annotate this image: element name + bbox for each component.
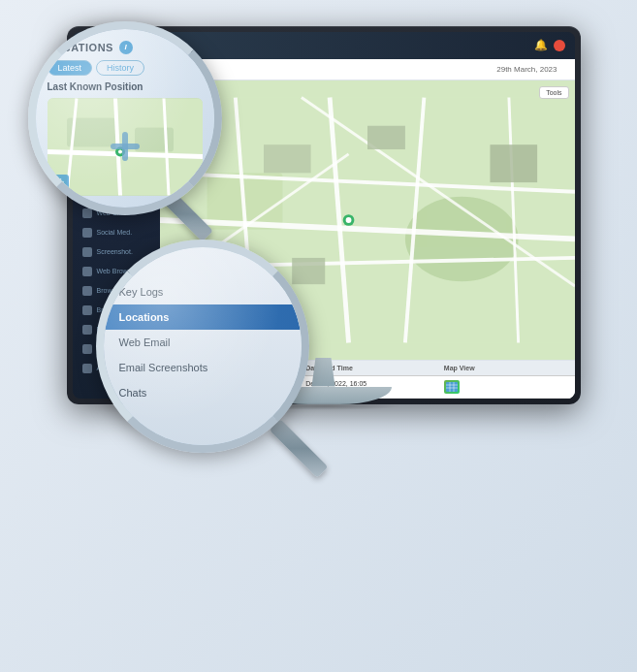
nav-cross	[111, 132, 140, 161]
menu-item-emailscr[interactable]: Email Screenshots	[104, 355, 302, 380]
tab-latest[interactable]: Latest	[48, 60, 93, 76]
tab-group: Latest History	[48, 60, 203, 76]
locations-title: LOCATIONS i	[48, 41, 203, 54]
svg-point-18	[345, 217, 351, 223]
map-view-icon[interactable]	[444, 380, 460, 394]
svg-rect-14	[490, 144, 537, 182]
bell-icon[interactable]: 🔔	[534, 39, 548, 51]
cell-map	[436, 376, 575, 398]
content-header: 29th March, 2023	[160, 59, 575, 80]
magnifier-1-content: LOCATIONS i Latest History Last Known Po…	[36, 29, 214, 208]
nav-cross-v	[122, 132, 128, 161]
menu-panel: ta ▾ Key Logs Locations Web Email Email …	[104, 247, 302, 445]
position-label: Last Known Position	[48, 81, 203, 92]
svg-rect-16	[292, 257, 325, 283]
zoom-plus-icon: +	[57, 176, 64, 189]
webchat-icon	[82, 208, 92, 218]
locations-title-text: LOCATIONS	[48, 42, 113, 53]
menu-item-chats[interactable]: Chats	[104, 380, 302, 405]
svg-rect-13	[367, 125, 405, 148]
top-bar-right: 🔔	[534, 39, 565, 51]
zoom-control[interactable]: +	[53, 175, 69, 190]
sidebar-item-social[interactable]: Social Med.	[73, 223, 160, 242]
appusage-icon	[82, 364, 92, 373]
info-badge: i	[119, 41, 133, 54]
magnifier-menu: ta ▾ Key Logs Locations Web Email Email …	[96, 240, 309, 453]
col-map: Map View	[436, 361, 575, 375]
close-button[interactable]	[554, 40, 565, 51]
web-icon	[82, 267, 92, 276]
magnifier-locations: LOCATIONS i Latest History Last Known Po…	[28, 21, 222, 215]
svg-rect-12	[264, 144, 311, 173]
date-display: 29th March, 2023	[496, 65, 557, 74]
mini-map: +	[48, 98, 203, 196]
scene: 29th March, 2023 🔔 F Data	[18, 16, 620, 656]
menu-item-keylogs[interactable]: Key Logs	[104, 279, 302, 304]
browserw-icon	[82, 305, 92, 315]
magnifier-2-content: ta ▾ Key Logs Locations Web Email Email …	[104, 247, 302, 445]
tools-button[interactable]: Tools	[539, 86, 568, 99]
tab-history[interactable]: History	[96, 60, 144, 76]
social-icon	[82, 228, 92, 238]
browserscr-icon	[82, 286, 92, 296]
menu-item-locations[interactable]: Locations	[104, 304, 302, 330]
fileact-icon	[82, 344, 92, 354]
svg-rect-19	[446, 382, 458, 392]
menu-item-webemail[interactable]: Web Email	[104, 330, 302, 355]
locations-panel: LOCATIONS i Latest History Last Known Po…	[36, 29, 214, 208]
screenshot-icon	[82, 247, 92, 257]
filetransf-icon	[82, 325, 92, 335]
